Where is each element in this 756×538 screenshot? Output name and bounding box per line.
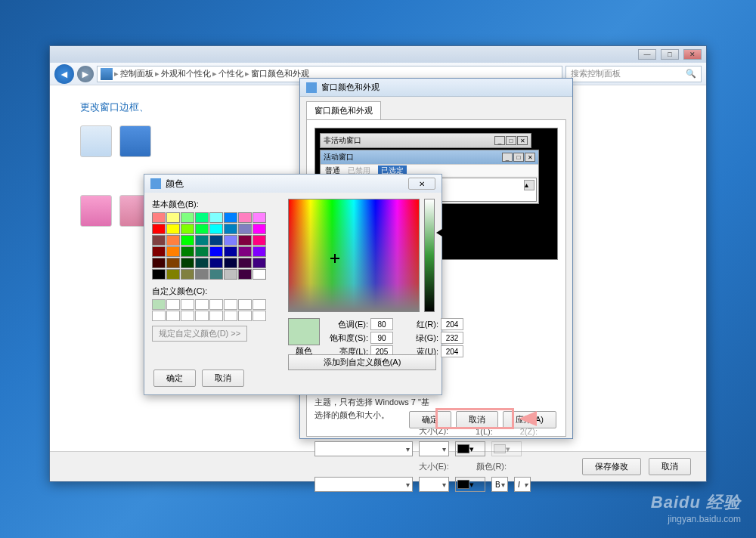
basic-color-cell[interactable] — [253, 224, 266, 234]
basic-color-cell[interactable] — [253, 269, 266, 280]
basic-color-cell[interactable] — [209, 224, 223, 234]
basic-color-cell[interactable] — [209, 246, 223, 257]
nav-forward-button[interactable]: ► — [77, 66, 94, 82]
custom-color-cell[interactable] — [253, 299, 266, 310]
gradient-picker[interactable] — [288, 199, 420, 312]
custom-color-cell[interactable] — [166, 311, 180, 321]
cancel-button[interactable]: 取消 — [456, 411, 498, 428]
basic-color-cell[interactable] — [181, 258, 194, 268]
custom-color-cell[interactable] — [238, 311, 252, 321]
basic-color-cell[interactable] — [195, 212, 209, 223]
basic-color-cell[interactable] — [195, 258, 209, 268]
basic-color-cell[interactable] — [238, 258, 252, 268]
size-dropdown[interactable] — [419, 441, 449, 456]
custom-color-cell[interactable] — [195, 311, 209, 321]
blue-input[interactable] — [441, 345, 463, 357]
custom-color-cell[interactable] — [181, 299, 194, 310]
custom-color-cell[interactable] — [209, 299, 223, 310]
custom-color-cell[interactable] — [224, 311, 237, 321]
tab-appearance[interactable]: 窗口颜色和外观 — [306, 101, 381, 119]
basic-color-cell[interactable] — [238, 235, 252, 246]
save-button[interactable]: 保存修改 — [582, 458, 641, 475]
basic-color-cell[interactable] — [152, 269, 166, 280]
basic-color-cell[interactable] — [166, 212, 180, 223]
basic-color-cell[interactable] — [238, 212, 252, 223]
ok-button[interactable]: 确定 — [409, 411, 451, 428]
basic-color-cell[interactable] — [224, 269, 237, 280]
custom-color-cell[interactable] — [238, 299, 252, 310]
cancel-button[interactable]: 取消 — [649, 458, 691, 475]
basic-color-cell[interactable] — [166, 269, 180, 280]
basic-color-cell[interactable] — [253, 235, 266, 246]
add-custom-color-button[interactable]: 添加到自定义颜色(A) — [288, 354, 436, 370]
basic-color-cell[interactable] — [209, 269, 223, 280]
basic-color-cell[interactable] — [195, 224, 209, 234]
custom-color-cell[interactable] — [253, 311, 266, 321]
custom-color-cell[interactable] — [166, 299, 180, 310]
custom-color-cell[interactable] — [195, 299, 209, 310]
basic-color-cell[interactable] — [224, 258, 237, 268]
custom-color-cell[interactable] — [152, 311, 166, 321]
sat-input[interactable] — [370, 332, 393, 344]
basic-color-cell[interactable] — [166, 258, 180, 268]
color-swatch[interactable] — [119, 125, 151, 157]
bold-button[interactable]: B — [491, 477, 508, 492]
color-dialog-titlebar[interactable]: 颜色 ✕ — [144, 175, 442, 193]
basic-color-cell[interactable] — [152, 246, 166, 257]
nav-back-button[interactable]: ◄ — [54, 64, 74, 84]
basic-color-cell[interactable] — [224, 212, 237, 223]
basic-color-cell[interactable] — [166, 224, 180, 234]
italic-button[interactable]: I — [514, 477, 531, 492]
basic-color-cell[interactable] — [166, 246, 180, 257]
custom-color-cell[interactable] — [152, 299, 166, 310]
green-input[interactable] — [441, 332, 463, 344]
basic-color-cell[interactable] — [181, 269, 194, 280]
basic-color-cell[interactable] — [238, 269, 252, 280]
close-button[interactable]: ✕ — [408, 178, 435, 190]
basic-color-cell[interactable] — [195, 269, 209, 280]
maximize-button[interactable]: □ — [661, 49, 679, 60]
basic-color-cell[interactable] — [224, 246, 237, 257]
basic-color-cell[interactable] — [253, 258, 266, 268]
search-input[interactable]: 搜索控制面板 🔍 — [565, 66, 702, 82]
fontcolor-dropdown[interactable]: ▾ — [455, 477, 485, 492]
color-swatch[interactable] — [80, 195, 112, 227]
basic-color-cell[interactable] — [195, 235, 209, 246]
basic-color-cell[interactable] — [181, 224, 194, 234]
cancel-button[interactable]: 取消 — [202, 369, 244, 387]
red-input[interactable] — [441, 318, 463, 330]
font-dropdown[interactable] — [314, 477, 413, 492]
basic-color-cell[interactable] — [166, 235, 180, 246]
basic-color-cell[interactable] — [209, 212, 223, 223]
custom-color-cell[interactable] — [181, 311, 194, 321]
basic-color-cell[interactable] — [209, 258, 223, 268]
color-swatch[interactable] — [80, 125, 112, 157]
minimize-button[interactable]: — — [638, 49, 656, 60]
basic-color-cell[interactable] — [209, 235, 223, 246]
basic-color-cell[interactable] — [195, 246, 209, 257]
ok-button[interactable]: 确定 — [153, 369, 196, 387]
hue-input[interactable] — [370, 318, 393, 330]
basic-color-cell[interactable] — [238, 246, 252, 257]
close-button[interactable]: ✕ — [683, 49, 702, 60]
basic-color-cell[interactable] — [224, 235, 237, 246]
fontsize-dropdown[interactable] — [419, 477, 449, 492]
basic-color-cell[interactable] — [238, 224, 252, 234]
basic-color-cell[interactable] — [253, 246, 266, 257]
basic-color-cell[interactable] — [181, 235, 194, 246]
basic-color-cell[interactable] — [152, 212, 166, 223]
basic-color-cell[interactable] — [152, 258, 166, 268]
color1-dropdown[interactable]: ▾ — [455, 441, 485, 456]
bc-item[interactable]: 外观和个性化 — [161, 68, 211, 79]
basic-color-cell[interactable] — [181, 212, 194, 223]
define-colors-button[interactable]: 规定自定义颜色(D) >> — [152, 326, 247, 342]
custom-color-cell[interactable] — [224, 299, 237, 310]
basic-color-cell[interactable] — [181, 246, 194, 257]
custom-color-cell[interactable] — [209, 311, 223, 321]
basic-color-cell[interactable] — [253, 212, 266, 223]
bc-item[interactable]: 控制面板 — [120, 68, 153, 79]
basic-color-cell[interactable] — [152, 235, 166, 246]
item-dropdown[interactable] — [314, 441, 413, 456]
dialog-titlebar[interactable]: 窗口颜色和外观 — [300, 79, 572, 97]
basic-color-cell[interactable] — [152, 224, 166, 234]
